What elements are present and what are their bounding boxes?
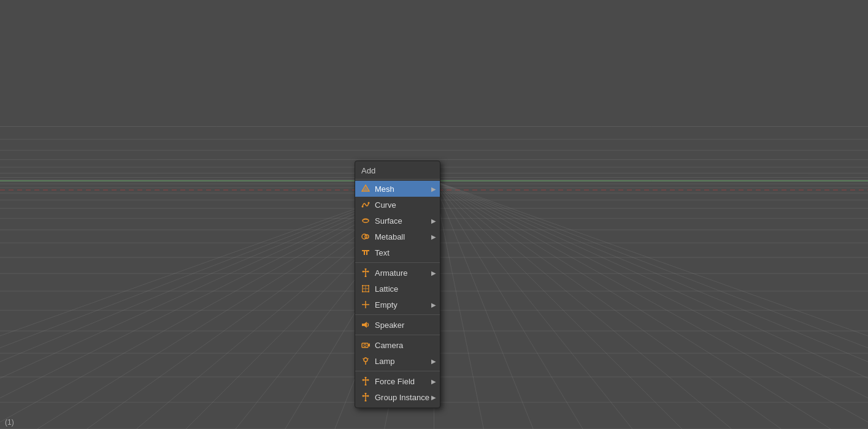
menu-separator [355,371,440,371]
menu-item-arrow-group-instance: ▶ [431,394,436,401]
empty-icon [360,299,371,310]
menu-item-label-camera: Camera [375,341,403,350]
text-icon [360,247,371,258]
menu-item-label-group-instance: Group Instance [375,393,429,402]
menu-item-label-text: Text [375,248,390,257]
lamp-icon [360,355,371,366]
svg-point-21 [362,291,363,292]
menu-item-lamp[interactable]: Lamp▶ [355,353,440,369]
menu-item-curve[interactable]: Curve [355,197,440,213]
svg-rect-7 [362,250,369,251]
svg-point-39 [363,379,364,381]
menu-item-camera[interactable]: Camera [355,337,440,353]
menu-item-text[interactable]: Text [355,245,440,260]
group-instance-icon [360,392,371,403]
svg-point-20 [368,285,369,286]
menu-item-lattice[interactable]: Lattice [355,281,440,297]
svg-point-12 [365,268,367,270]
speaker-icon [360,319,371,330]
menu-item-arrow-lamp: ▶ [431,358,436,365]
metaball-icon [360,231,371,242]
svg-point-13 [365,276,367,278]
svg-marker-26 [364,322,367,328]
svg-point-30 [364,358,367,362]
menu-separator [355,262,440,263]
svg-line-33 [367,359,369,359]
menu-separator [355,314,440,315]
menu-item-speaker[interactable]: Speaker [355,317,440,333]
menu-item-label-speaker: Speaker [375,321,404,330]
svg-point-40 [367,379,369,381]
svg-point-19 [362,285,363,286]
menu-item-arrow-force-field: ▶ [431,378,436,385]
add-context-menu: Add Mesh▶CurveSurface▶Metaball▶TextArmat… [355,161,440,408]
menu-item-mesh[interactable]: Mesh▶ [355,181,440,197]
menu-items: Mesh▶CurveSurface▶Metaball▶TextArmature▶… [355,181,440,405]
menu-item-group-instance[interactable]: Group Instance▶ [355,389,440,405]
menu-item-arrow-metaball: ▶ [431,233,436,240]
menu-item-armature[interactable]: Armature▶ [355,265,440,281]
svg-rect-25 [362,324,364,326]
menu-item-label-surface: Surface [375,216,402,226]
svg-point-38 [365,384,367,386]
menu-item-label-armature: Armature [375,268,407,278]
corner-label: (1) [5,418,14,427]
menu-item-label-lamp: Lamp [375,357,395,366]
menu-item-empty[interactable]: Empty▶ [355,297,440,313]
menu-item-arrow-mesh: ▶ [431,186,436,192]
menu-item-arrow-armature: ▶ [431,270,436,276]
menu-item-label-force-field: Force Field [375,377,415,386]
menu-item-label-empty: Empty [375,300,398,309]
menu-separator [355,335,440,335]
svg-point-22 [368,291,369,292]
menu-item-metaball[interactable]: Metaball▶ [355,229,440,245]
armature-icon [360,267,371,278]
svg-point-15 [367,271,369,273]
lattice-icon [360,283,371,294]
force-field-icon [360,376,371,387]
svg-point-2 [362,206,364,208]
svg-point-44 [365,400,367,402]
svg-rect-8 [364,250,365,255]
surface-icon [360,215,371,226]
menu-item-force-field[interactable]: Force Field▶ [355,373,440,389]
svg-point-37 [365,377,367,379]
menu-title: Add [355,164,440,180]
svg-line-32 [363,359,364,359]
svg-point-3 [368,202,370,204]
menu-item-surface[interactable]: Surface▶ [355,213,440,229]
svg-point-46 [367,395,369,397]
svg-point-45 [363,395,364,397]
menu-item-arrow-surface: ▶ [431,218,436,224]
menu-item-label-curve: Curve [375,200,396,210]
camera-icon [360,340,371,351]
menu-item-arrow-empty: ▶ [431,302,436,308]
mesh-icon [360,183,371,194]
svg-rect-9 [366,250,367,255]
menu-item-label-mesh: Mesh [375,184,394,194]
menu-item-label-metaball: Metaball [375,232,405,241]
svg-point-29 [364,344,366,347]
svg-point-14 [363,271,364,273]
menu-item-label-lattice: Lattice [375,284,398,294]
curve-icon [360,199,371,210]
svg-point-43 [365,393,367,395]
